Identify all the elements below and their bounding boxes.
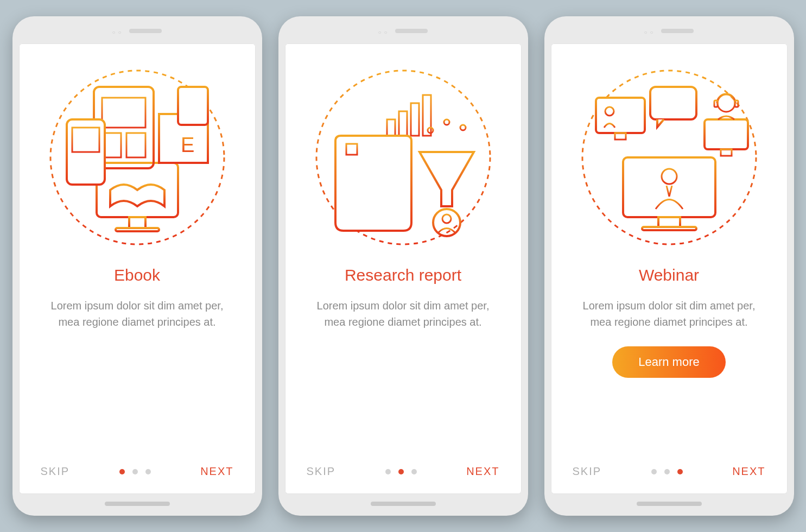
screen-title: Webinar [639,266,699,284]
onboarding-screen-3: Webinar Lorem ipsum dolor sit dim amet p… [551,43,788,494]
svg-rect-67 [714,100,718,107]
svg-rect-46 [642,227,696,230]
research-illustration-icon [311,65,496,250]
home-indicator [105,502,170,506]
next-button[interactable]: NEXT [200,465,233,478]
pager-dot[interactable] [132,469,138,474]
home-indicator [371,502,436,506]
pager-dots [119,469,151,474]
pager-dot[interactable] [664,469,670,474]
pager-dot[interactable] [651,469,657,474]
phone-top-bar [644,24,694,38]
svg-point-42 [442,214,451,223]
ebook-illustration-icon: E [45,65,230,250]
learn-more-button[interactable]: Learn more [612,346,726,378]
phone-mockup: E Ebook Lorem ipsum dolor sit dim amet p… [12,16,262,516]
svg-point-38 [460,125,466,130]
screen-body: Lorem ipsum dolor sit dim amet per, mea … [40,297,235,330]
svg-rect-22 [411,103,419,136]
screen-body: Lorem ipsum dolor sit dim amet per, mea … [572,297,767,330]
pager-dots [651,469,683,474]
svg-point-36 [444,119,449,125]
svg-rect-20 [387,119,395,136]
pager-dot[interactable] [385,469,391,474]
skip-button[interactable]: SKIP [573,465,602,478]
screen-body: Lorem ipsum dolor sit dim amet per, mea … [306,297,501,330]
skip-button[interactable]: SKIP [41,465,70,478]
pager-dots [385,469,417,474]
svg-rect-5 [102,98,145,128]
svg-rect-2 [129,217,145,228]
svg-rect-7 [126,133,145,157]
skip-button[interactable]: SKIP [307,465,336,478]
pager-dot[interactable] [677,469,683,474]
pager-dot[interactable] [411,469,417,474]
pager-dot[interactable] [398,469,404,474]
svg-rect-3 [116,228,159,231]
phone-mockup: Research report Lorem ipsum dolor sit di… [278,16,528,516]
screen-title: Research report [345,266,461,284]
onboarding-screen-1: E Ebook Lorem ipsum dolor sit dim amet p… [19,43,256,494]
svg-rect-44 [623,157,715,217]
home-indicator [637,502,702,506]
svg-rect-21 [399,111,407,136]
onboarding-nav: SKIP NEXT [19,465,256,478]
phone-top-bar [378,24,428,38]
svg-rect-62 [705,119,748,149]
svg-rect-58 [650,87,696,119]
next-button[interactable]: NEXT [466,465,499,478]
next-button[interactable]: NEXT [732,465,765,478]
webinar-illustration-icon [577,65,761,250]
svg-rect-23 [423,95,431,136]
svg-rect-52 [596,98,645,133]
onboarding-nav: SKIP NEXT [551,465,788,478]
svg-text:E: E [181,134,194,156]
onboarding-nav: SKIP NEXT [285,465,522,478]
phone-top-bar [112,24,162,38]
phone-mockup: Webinar Lorem ipsum dolor sit dim amet p… [544,16,794,516]
screen-title: Ebook [114,266,160,284]
pager-dot[interactable] [145,469,151,474]
onboarding-screen-2: Research report Lorem ipsum dolor sit di… [285,43,522,494]
pager-dot[interactable] [119,469,125,474]
svg-rect-45 [658,217,680,227]
